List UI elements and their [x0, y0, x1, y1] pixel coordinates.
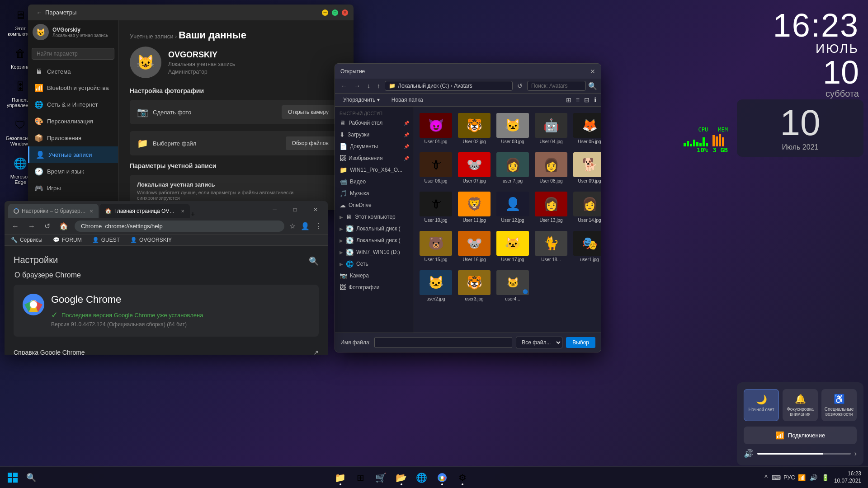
- dialog-up-btn[interactable]: ↑: [375, 81, 382, 91]
- dialog-close-btn[interactable]: ✕: [590, 68, 595, 75]
- file-item[interactable]: 🐯 User 02.jpg: [456, 110, 492, 147]
- volume-slider[interactable]: [757, 453, 851, 455]
- chrome-close-btn[interactable]: ✕: [305, 203, 326, 216]
- file-item[interactable]: 😈 User 01.jpg: [418, 110, 454, 147]
- dialog-search-input[interactable]: [527, 81, 586, 91]
- file-item[interactable]: 👩 User 13.jpg: [533, 189, 569, 226]
- file-item[interactable]: 🐻 User 15.jpg: [418, 228, 454, 265]
- sidebar-images[interactable]: 🖼 Изображения 📌: [335, 152, 414, 164]
- file-item[interactable]: 🗡 User 06.jpg: [418, 150, 454, 187]
- new-folder-btn[interactable]: Новая папка: [388, 95, 427, 104]
- sidebar-onedrive[interactable]: ☁ OneDrive: [335, 199, 414, 211]
- bookmark-forum[interactable]: 💬 FORUM: [51, 236, 84, 244]
- file-item[interactable]: 🐯 user3.jpg: [456, 267, 492, 305]
- view-btn-3[interactable]: ⊟: [584, 96, 590, 103]
- sidebar-video[interactable]: 📹 Видео: [335, 176, 414, 188]
- browse-files-btn[interactable]: Обзор файлов: [286, 136, 335, 150]
- file-item[interactable]: 🐱 User 17.jpg: [495, 228, 531, 265]
- user-profile-btn[interactable]: 👤: [299, 221, 311, 232]
- nav-item-bluetooth[interactable]: 📶 Bluetooth и устройства: [28, 80, 118, 96]
- organize-btn[interactable]: Упорядочить ▾: [340, 95, 383, 104]
- file-item[interactable]: 👩 User 14.jpg: [571, 189, 601, 226]
- tray-battery[interactable]: 🔋: [820, 473, 830, 483]
- sidebar-this-pc[interactable]: ▶ 🖥 Этот компьютер: [335, 211, 414, 223]
- sidebar-camera[interactable]: 📷 Камера: [335, 270, 414, 282]
- file-item[interactable]: 🐱 🔵 user4...: [495, 267, 531, 305]
- view-btn-1[interactable]: ⊞: [566, 96, 571, 103]
- url-bar[interactable]: [75, 221, 284, 232]
- filetype-select[interactable]: Все файл...: [516, 337, 562, 348]
- nav-item-apps[interactable]: 📦 Приложения: [28, 130, 118, 146]
- dialog-down-btn[interactable]: ↓: [365, 81, 373, 91]
- nav-item-personalization[interactable]: 🎨 Персонализация: [28, 113, 118, 130]
- bookmark-guest[interactable]: 👤 GUEST: [90, 236, 122, 244]
- file-item[interactable]: 🐕 User 09.jpg: [571, 150, 601, 187]
- nav-item-network[interactable]: 🌐 Сеть & и Интернет: [28, 96, 118, 113]
- taskbar-app-settings[interactable]: ⚙: [453, 469, 472, 487]
- menu-btn[interactable]: ⋮: [313, 221, 323, 232]
- file-item[interactable]: 🤖 User 04.jpg: [533, 110, 569, 147]
- file-item[interactable]: 🦊 User 05.jpg: [571, 110, 601, 147]
- file-item[interactable]: 👩 user 7.jpg: [495, 150, 531, 187]
- file-item[interactable]: 🐭 User 16.jpg: [456, 228, 492, 265]
- info-btn[interactable]: ℹ: [594, 96, 596, 103]
- file-item[interactable]: 🎭 user1.jpg: [571, 228, 601, 265]
- file-item[interactable]: 👤 User 12.jpg: [495, 189, 531, 226]
- sidebar-win11[interactable]: 📁 WIN11_Pro_X64_O...: [335, 164, 414, 176]
- dialog-forward-btn[interactable]: →: [352, 81, 363, 91]
- tab-home-close-icon[interactable]: ✕: [181, 209, 184, 214]
- taskbar-app-folder[interactable]: 📂: [392, 469, 410, 487]
- forward-btn[interactable]: →: [25, 221, 38, 231]
- file-item[interactable]: 🗡 User 10.jpg: [418, 189, 454, 226]
- back-btn[interactable]: ←: [9, 221, 22, 231]
- tray-wifi[interactable]: 📶: [797, 473, 807, 483]
- chrome-tab-settings[interactable]: Настройки – О браузере Chrom... ✕: [8, 204, 99, 218]
- help-link[interactable]: Справка Google Chrome ↗: [14, 343, 319, 355]
- select-btn[interactable]: Выбор: [566, 337, 595, 348]
- tray-arrow[interactable]: ^: [763, 473, 769, 483]
- chrome-minimize-btn[interactable]: ─: [264, 203, 285, 216]
- tray-clock[interactable]: 16:23 10.07.2021: [834, 470, 861, 484]
- settings-minimize-btn[interactable]: ─: [322, 9, 328, 16]
- nav-item-system[interactable]: 🖥 Система: [28, 63, 118, 80]
- nav-item-games[interactable]: 🎮 Игры: [28, 180, 118, 197]
- open-camera-btn[interactable]: Открыть камеру: [282, 105, 335, 119]
- file-item[interactable]: 🐈 User 18...: [533, 228, 569, 265]
- tray-volume[interactable]: 🔊: [808, 473, 819, 483]
- bookmark-ovgorskiy[interactable]: 👤 OVGORSKIY: [128, 236, 174, 244]
- taskbar-app-chrome[interactable]: [433, 469, 451, 487]
- refresh-btn[interactable]: ↺: [42, 221, 53, 231]
- file-item[interactable]: 👩 User 08.jpg: [533, 150, 569, 187]
- sidebar-disk-d[interactable]: ▶ 💽 Локальный диск (: [335, 235, 414, 246]
- taskbar-search-btn[interactable]: 🔍: [23, 469, 39, 486]
- start-button[interactable]: [5, 469, 21, 486]
- chrome-tab-home[interactable]: 🏠 Главная страница OVGorsky ✕: [99, 204, 190, 218]
- new-tab-btn[interactable]: +: [191, 210, 195, 218]
- bookmark-btn[interactable]: ☆: [288, 221, 297, 232]
- settings-back-btn[interactable]: ←: [33, 8, 45, 17]
- sidebar-photos[interactable]: 🖼 Фотографии: [335, 282, 414, 293]
- night-light-button[interactable]: 🌙 Ночной свет: [744, 389, 779, 421]
- focus-button[interactable]: 🔔 Фокусировка внимания: [783, 389, 818, 421]
- connection-button[interactable]: 📶 Подключение: [744, 427, 857, 444]
- settings-search-btn[interactable]: 🔍: [309, 256, 319, 266]
- tab-close-icon[interactable]: ✕: [90, 209, 93, 214]
- file-item[interactable]: 🐱 user2.jpg: [418, 267, 454, 305]
- settings-maximize-btn[interactable]: □: [332, 9, 338, 16]
- sidebar-disk-c[interactable]: ▶ 💽 Локальный диск (: [335, 223, 414, 235]
- sidebar-win7[interactable]: ▶ 💽 WIN7_WIN10 (D:): [335, 246, 414, 258]
- volume-arrow[interactable]: ›: [854, 450, 857, 458]
- sidebar-downloads[interactable]: ⬇ Загрузки 📌: [335, 129, 414, 141]
- sidebar-music[interactable]: 🎵 Музыка: [335, 188, 414, 199]
- settings-close-btn[interactable]: ✕: [342, 9, 348, 16]
- dialog-back-btn[interactable]: ←: [339, 81, 349, 91]
- nav-item-time[interactable]: 🕐 Время и язык: [28, 163, 118, 180]
- taskbar-app-store[interactable]: 🛒: [372, 469, 390, 487]
- taskbar-app-explorer[interactable]: 📁: [331, 469, 349, 487]
- taskbar-app-taskview[interactable]: ⊞: [352, 469, 370, 487]
- chrome-maximize-btn[interactable]: □: [285, 203, 305, 216]
- home-btn[interactable]: 🏠: [57, 221, 71, 231]
- tray-keyboard[interactable]: ⌨: [770, 473, 782, 483]
- settings-search-input[interactable]: [32, 48, 114, 60]
- view-btn-2[interactable]: ≡: [576, 96, 580, 103]
